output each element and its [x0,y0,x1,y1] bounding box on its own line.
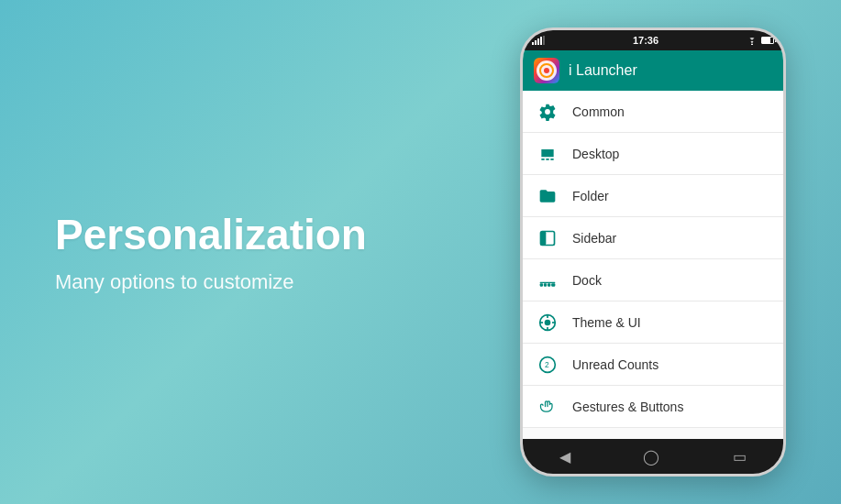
folder-svg-icon [538,187,557,205]
gestures-buttons-label: Gestures & Buttons [572,400,683,414]
menu-item-sidebar[interactable]: Sidebar [523,217,783,259]
theme-svg-icon [538,313,557,332]
dock-icon [537,270,558,290]
gesture-svg-icon [538,398,557,416]
folder-label: Folder [572,189,609,203]
menu-item-unread-counts[interactable]: 2 Unread Counts [523,344,783,386]
sidebar-svg-icon [538,229,557,247]
menu-item-theme-ui[interactable]: Theme & UI [523,301,783,344]
left-panel: Personalization Many options to customiz… [55,210,520,294]
menu-item-common[interactable]: Common [523,91,783,133]
svg-rect-14 [551,283,555,286]
desktop-label: Desktop [572,147,619,161]
main-title: Personalization [55,210,483,259]
phone-wrapper: 17:36 i [520,27,786,477]
svg-text:2: 2 [545,360,549,369]
phone-status-bar: 17:36 [523,30,783,50]
app-name-label: i Launcher [569,62,637,79]
menu-item-desktop[interactable]: Desktop [523,133,783,175]
dock-svg-icon [538,271,557,290]
menu-item-dock[interactable]: Dock [523,259,783,301]
svg-point-8 [544,68,549,73]
theme-ui-label: Theme & UI [572,315,641,330]
dock-label: Dock [572,273,602,288]
gear-icon [538,103,557,121]
theme-icon [537,312,558,333]
sidebar-icon [537,228,558,248]
svg-rect-13 [548,283,550,286]
app-header: i Launcher [523,50,783,91]
svg-rect-1 [535,40,537,45]
launcher-icon-graphic [537,60,557,81]
svg-rect-2 [537,38,539,45]
recents-button[interactable]: ▭ [733,448,747,466]
signal-icons [532,36,545,45]
settings-menu-list: Common Desktop Folder [523,91,783,439]
common-label: Common [572,104,625,119]
folder-icon [537,186,558,206]
svg-point-5 [751,43,753,45]
home-button[interactable]: ◯ [643,448,659,466]
unread-svg-icon: 2 [538,356,557,374]
status-time: 17:36 [633,35,658,46]
phone-nav-bar: ◀ ◯ ▭ [523,439,783,474]
gesture-icon [537,397,558,417]
svg-rect-15 [540,281,556,282]
svg-rect-0 [532,42,534,45]
desktop-svg-icon [538,145,557,163]
svg-rect-11 [540,283,543,286]
battery-icon [761,37,774,44]
menu-item-folder[interactable]: Folder [523,175,783,217]
common-icon [537,102,558,122]
app-launcher-icon [534,58,559,83]
svg-rect-4 [543,36,545,45]
svg-point-17 [545,319,551,325]
back-button[interactable]: ◀ [559,448,570,466]
phone-device: 17:36 i [520,27,786,477]
unread-icon: 2 [537,355,558,375]
svg-rect-10 [541,231,547,245]
menu-item-gestures-buttons[interactable]: Gestures & Buttons [523,386,783,428]
svg-rect-12 [544,283,547,286]
desktop-icon [537,144,558,164]
main-subtitle: Many options to customize [55,270,483,294]
wifi-icon [747,37,758,45]
signal-strength-icon [532,36,545,45]
battery-wifi-area [747,37,774,45]
unread-counts-label: Unread Counts [572,357,658,372]
sidebar-label: Sidebar [572,231,616,246]
svg-rect-3 [540,37,542,45]
